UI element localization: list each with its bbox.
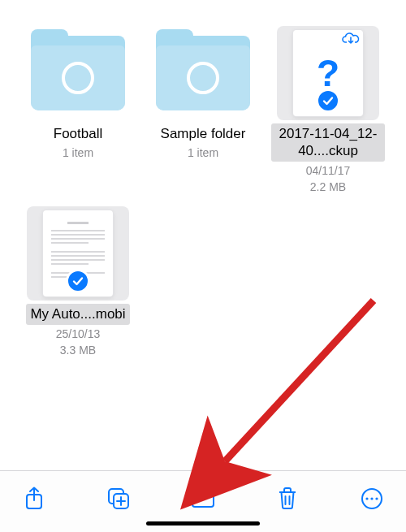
item-name: 2017-11-04_12-40....ckup xyxy=(271,123,385,162)
item-name: Sample folder xyxy=(157,123,250,144)
grid-item[interactable]: ? 2017-11-04_12-40....ckup 04/11/17 2.2 … xyxy=(271,26,385,195)
selection-checkmark-icon xyxy=(66,269,90,293)
item-name: Football xyxy=(50,123,106,144)
folder-icon xyxy=(31,36,125,110)
item-size: 2.2 MB xyxy=(310,179,346,195)
folder-icon xyxy=(156,36,250,110)
thumbnail xyxy=(152,26,254,120)
item-subtitle: 1 item xyxy=(63,145,93,161)
file-grid: Football 1 item Sample folder 1 item ? xyxy=(0,0,406,358)
grid-item[interactable]: Football 1 item xyxy=(21,26,135,161)
item-size: 3.3 MB xyxy=(60,343,96,358)
more-button[interactable] xyxy=(354,481,390,517)
delete-button[interactable] xyxy=(270,481,305,517)
grid-item[interactable]: Sample folder 1 item xyxy=(146,26,260,161)
trash-icon xyxy=(277,487,298,511)
home-indicator xyxy=(146,521,260,526)
duplicate-icon xyxy=(106,487,131,511)
thumbnail xyxy=(27,26,129,120)
selection-checkmark-icon xyxy=(316,89,340,113)
share-button[interactable] xyxy=(16,481,52,517)
more-icon xyxy=(360,487,384,511)
move-button[interactable] xyxy=(185,481,221,517)
grid-item[interactable]: My Auto....mobi 25/10/13 3.3 MB xyxy=(21,206,135,358)
svg-point-4 xyxy=(365,497,368,500)
svg-point-5 xyxy=(370,497,373,500)
duplicate-button[interactable] xyxy=(101,481,136,517)
action-toolbar xyxy=(0,470,406,532)
svg-point-6 xyxy=(375,497,378,500)
unknown-file-icon: ? xyxy=(293,30,363,116)
folder-icon xyxy=(190,488,216,509)
item-date: 25/10/13 xyxy=(56,327,101,342)
item-date: 04/11/17 xyxy=(306,163,351,179)
thumbnail xyxy=(27,206,129,301)
cloud-download-icon xyxy=(342,32,360,48)
document-icon xyxy=(43,210,113,296)
share-icon xyxy=(24,487,45,511)
item-subtitle: 1 item xyxy=(188,145,218,161)
thumbnail: ? xyxy=(277,26,379,120)
item-name: My Auto....mobi xyxy=(26,304,129,324)
